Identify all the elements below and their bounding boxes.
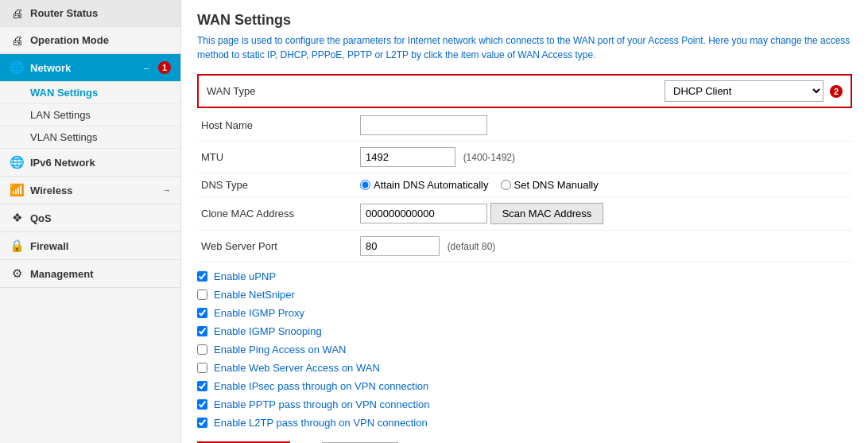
sidebar-item-qos[interactable]: ❖ QoS	[0, 204, 180, 232]
router-status-icon: 🖨	[10, 6, 24, 20]
management-icon: ⚙	[10, 266, 24, 281]
main-content: WAN Settings This page is used to config…	[181, 0, 868, 443]
sidebar-item-router-status[interactable]: 🖨 Router Status	[0, 0, 180, 27]
sidebar-subitem-lan-settings[interactable]: LAN Settings	[0, 104, 180, 126]
checkbox-upnp: Enable uPNP	[197, 267, 852, 286]
sidebar-label-router-status: Router Status	[30, 7, 171, 19]
sidebar-label-firewall: Firewall	[30, 240, 171, 252]
ipsec-passthrough-checkbox[interactable]	[197, 381, 207, 391]
settings-form: Host Name MTU (1400-1492) DNS Type Attai…	[197, 110, 852, 262]
dns-manual-option[interactable]: Set DNS Manually	[501, 179, 599, 191]
sidebar-item-operation-mode[interactable]: 🖨 Operation Mode	[0, 27, 180, 54]
sidebar-label-qos: QoS	[30, 212, 171, 224]
igmp-proxy-label[interactable]: Enable IGMP Proxy	[214, 307, 304, 319]
checkbox-igmp-snooping: Enable IGMP Snooping	[197, 322, 852, 340]
mtu-row: MTU (1400-1492)	[197, 142, 852, 173]
dns-radio-group: Attain DNS Automatically Set DNS Manuall…	[360, 179, 848, 191]
checkboxes-section: Enable uPNP Enable NetSniper Enable IGMP…	[197, 267, 852, 432]
igmp-snooping-checkbox[interactable]	[197, 326, 207, 336]
vlan-settings-label: VLAN Settings	[30, 131, 98, 143]
dns-type-label: DNS Type	[197, 173, 356, 197]
upnp-label[interactable]: Enable uPNP	[214, 270, 276, 282]
checkbox-netsniper: Enable NetSniper	[197, 286, 852, 304]
sidebar-subitem-vlan-settings[interactable]: VLAN Settings	[0, 126, 180, 149]
checkbox-l2tp-passthrough: Enable L2TP pass through on VPN connecti…	[197, 414, 852, 432]
sidebar-label-ipv6: IPv6 Network	[30, 157, 171, 169]
dns-auto-radio[interactable]	[360, 180, 370, 190]
lan-settings-label: LAN Settings	[30, 109, 91, 121]
sidebar: 🖨 Router Status 🖨 Operation Mode 🌐 Netwo…	[0, 0, 181, 443]
pptp-passthrough-label[interactable]: Enable PPTP pass through on VPN connecti…	[214, 398, 430, 410]
clone-mac-row: Clone MAC Address Scan MAC Address	[197, 197, 852, 231]
web-server-port-hint: (default 80)	[448, 241, 496, 252]
netsniper-checkbox[interactable]	[197, 290, 207, 300]
netsniper-label[interactable]: Enable NetSniper	[214, 289, 295, 301]
l2tp-passthrough-checkbox[interactable]	[197, 418, 207, 428]
qos-icon: ❖	[10, 211, 24, 225]
clone-mac-label: Clone MAC Address	[197, 197, 356, 231]
network-icon: 🌐	[10, 60, 24, 75]
sidebar-item-ipv6-network[interactable]: 🌐 IPv6 Network	[0, 149, 180, 177]
dns-auto-option[interactable]: Attain DNS Automatically	[360, 179, 489, 191]
sidebar-item-management[interactable]: ⚙ Management	[0, 260, 180, 288]
checkbox-ipsec-passthrough: Enable IPsec pass through on VPN connect…	[197, 377, 852, 395]
wan-settings-label: WAN Settings	[30, 87, 98, 99]
sidebar-label-management: Management	[30, 268, 171, 280]
sidebar-item-wireless[interactable]: 📶 Wireless →	[0, 177, 180, 204]
host-name-input[interactable]	[360, 115, 487, 135]
web-server-port-input[interactable]	[360, 236, 440, 256]
wan-type-select-wrapper: DHCP Client Static IP PPPoE PPTP L2TP 2	[665, 80, 843, 102]
scan-mac-button[interactable]: Scan MAC Address	[490, 203, 604, 224]
sidebar-item-network[interactable]: 🌐 Network – 1	[0, 54, 180, 82]
checkbox-web-server-access: Enable Web Server Access on WAN	[197, 359, 852, 377]
wan-type-row: WAN Type DHCP Client Static IP PPPoE PPT…	[197, 74, 852, 108]
ping-access-checkbox[interactable]	[197, 344, 207, 355]
dns-manual-label: Set DNS Manually	[514, 179, 599, 191]
clone-mac-input[interactable]	[360, 204, 487, 223]
operation-mode-icon: 🖨	[10, 33, 24, 47]
web-server-access-checkbox[interactable]	[197, 363, 207, 373]
upnp-checkbox[interactable]	[197, 271, 207, 282]
checkbox-ping-access: Enable Ping Access on WAN	[197, 340, 852, 359]
ipsec-passthrough-label[interactable]: Enable IPsec pass through on VPN connect…	[214, 380, 428, 392]
sidebar-label-wireless: Wireless	[30, 185, 156, 196]
checkbox-igmp-proxy: Enable IGMP Proxy	[197, 304, 852, 322]
web-server-access-label[interactable]: Enable Web Server Access on WAN	[214, 362, 380, 374]
sidebar-label-operation-mode: Operation Mode	[30, 34, 171, 46]
network-badge: 1	[158, 61, 171, 74]
dns-auto-label: Attain DNS Automatically	[374, 179, 489, 191]
dns-type-row: DNS Type Attain DNS Automatically Set DN…	[197, 173, 852, 197]
page-description: This page is used to configure the param…	[197, 33, 852, 62]
checkbox-pptp-passthrough: Enable PPTP pass through on VPN connecti…	[197, 395, 852, 414]
sidebar-label-network: Network	[30, 62, 138, 74]
mtu-label: MTU	[197, 142, 356, 173]
wan-type-label: WAN Type	[207, 85, 255, 97]
sidebar-item-firewall[interactable]: 🔒 Firewall	[0, 232, 180, 260]
ping-access-label[interactable]: Enable Ping Access on WAN	[214, 344, 346, 356]
dns-manual-radio[interactable]	[501, 180, 511, 190]
wan-type-select[interactable]: DHCP Client Static IP PPPoE PPTP L2TP	[665, 80, 823, 102]
igmp-proxy-checkbox[interactable]	[197, 308, 207, 318]
wireless-expand-icon: →	[162, 185, 171, 195]
page-title: WAN Settings	[197, 12, 852, 29]
web-server-port-label: Web Server Port	[197, 231, 356, 262]
wan-type-badge: 2	[830, 85, 843, 98]
host-name-label: Host Name	[197, 110, 356, 142]
wireless-icon: 📶	[10, 183, 24, 197]
pptp-passthrough-checkbox[interactable]	[197, 399, 207, 410]
l2tp-passthrough-label[interactable]: Enable L2TP pass through on VPN connecti…	[214, 417, 428, 429]
web-server-port-row: Web Server Port (default 80)	[197, 231, 852, 262]
network-collapse-icon: –	[144, 63, 149, 72]
igmp-snooping-label[interactable]: Enable IGMP Snooping	[214, 325, 322, 337]
host-name-row: Host Name	[197, 110, 852, 142]
mtu-hint: (1400-1492)	[463, 152, 515, 163]
sidebar-subitem-wan-settings[interactable]: WAN Settings	[0, 82, 180, 104]
mtu-input[interactable]	[360, 147, 455, 167]
firewall-icon: 🔒	[10, 239, 24, 253]
ipv6-icon: 🌐	[10, 155, 24, 169]
